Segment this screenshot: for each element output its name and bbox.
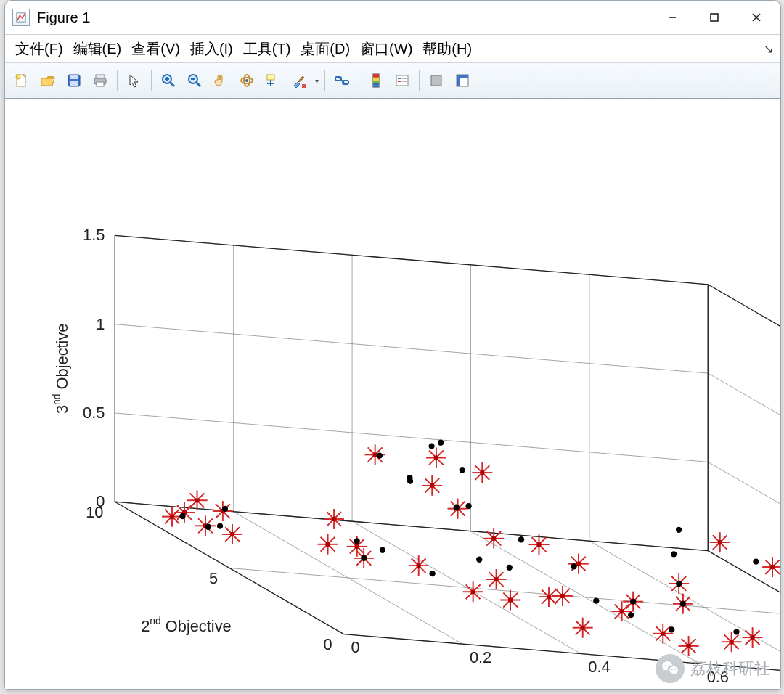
menu-help[interactable]: 帮助(H)	[418, 36, 476, 62]
svg-point-279	[560, 594, 565, 598]
titlebar: Figure 1	[5, 1, 780, 35]
svg-point-515	[205, 524, 211, 530]
svg-line-19	[197, 83, 200, 86]
svg-point-537	[676, 581, 682, 587]
brush-icon[interactable]	[287, 68, 311, 93]
hide-plottools-icon[interactable]	[424, 68, 449, 93]
svg-rect-9	[70, 75, 78, 79]
rotate-3d-icon[interactable]	[234, 68, 259, 93]
svg-point-527	[438, 440, 444, 446]
window-title: Figure 1	[37, 9, 90, 26]
menu-edit[interactable]: 编辑(E)	[69, 36, 126, 62]
open-folder-icon[interactable]	[36, 68, 60, 93]
link-icon[interactable]	[330, 68, 354, 93]
svg-point-525	[476, 557, 482, 563]
menu-tools[interactable]: 工具(T)	[239, 36, 295, 62]
menu-view[interactable]: 查看(V)	[127, 36, 184, 62]
toolbar: ▾	[5, 63, 780, 99]
svg-point-516	[217, 523, 223, 529]
print-icon[interactable]	[88, 68, 113, 93]
menu-window[interactable]: 窗口(W)	[356, 36, 417, 62]
svg-point-536	[669, 626, 674, 632]
figure-window: Figure 1 文件(F) 编辑(E) 查看(V) 插入(I) 工具(T) 桌…	[4, 0, 781, 690]
svg-text:0.5: 0.5	[83, 404, 105, 422]
save-icon[interactable]	[62, 68, 86, 93]
svg-line-77	[115, 235, 708, 284]
zoom-in-icon[interactable]	[156, 68, 181, 93]
svg-point-23	[245, 79, 248, 82]
svg-line-56	[115, 413, 343, 545]
svg-point-234	[430, 483, 434, 488]
pointer-icon[interactable]	[122, 68, 147, 93]
svg-point-521	[429, 571, 435, 576]
svg-rect-33	[373, 78, 379, 81]
svg-point-540	[671, 551, 677, 557]
svg-line-65	[708, 285, 780, 417]
svg-text:1: 1	[96, 315, 105, 333]
svg-point-162	[325, 542, 330, 547]
svg-text:0: 0	[324, 635, 332, 653]
matlab-figure-icon	[12, 9, 30, 26]
svg-line-15	[171, 83, 174, 86]
svg-point-541	[676, 527, 682, 533]
svg-point-529	[507, 565, 513, 571]
svg-point-532	[518, 536, 524, 542]
colorbar-icon[interactable]	[364, 68, 388, 93]
svg-rect-44	[457, 75, 468, 78]
svg-point-534	[593, 597, 599, 603]
svg-point-180	[332, 517, 336, 521]
svg-text:0.4: 0.4	[588, 658, 610, 676]
legend-icon[interactable]	[390, 68, 415, 93]
svg-rect-2	[711, 14, 718, 21]
svg-point-519	[354, 538, 360, 544]
svg-line-58	[115, 235, 343, 367]
svg-point-198	[416, 563, 420, 568]
svg-rect-11	[96, 75, 105, 78]
zoom-out-icon[interactable]	[182, 68, 207, 93]
svg-point-526	[454, 505, 460, 510]
close-button[interactable]	[735, 1, 777, 34]
svg-point-405	[718, 540, 722, 544]
maximize-button[interactable]	[693, 1, 735, 34]
svg-point-144	[195, 498, 199, 502]
show-plottools-icon[interactable]	[450, 68, 475, 93]
svg-rect-38	[398, 81, 401, 82]
svg-point-530	[465, 503, 471, 509]
pan-icon[interactable]	[208, 68, 233, 93]
new-file-icon[interactable]	[9, 68, 34, 93]
svg-text:1.5: 1.5	[83, 226, 105, 244]
svg-text:3nd Objective: 3nd Objective	[51, 324, 71, 414]
minimize-button[interactable]	[651, 1, 693, 34]
svg-point-522	[377, 452, 383, 458]
svg-point-531	[460, 467, 465, 473]
menu-file[interactable]: 文件(F)	[11, 36, 68, 62]
svg-point-306	[480, 470, 484, 475]
toolbar-separator	[359, 70, 359, 91]
axes-3d[interactable]: 00.511.5051000.20.40.60.811st Objective2…	[5, 99, 780, 689]
toolbar-separator	[117, 70, 118, 91]
svg-line-81	[708, 285, 780, 417]
data-cursor-icon[interactable]	[261, 68, 285, 93]
svg-point-189	[354, 544, 359, 549]
svg-point-533	[571, 563, 576, 569]
dock-arrow-icon[interactable]: ↘	[761, 42, 775, 55]
svg-point-135	[230, 532, 234, 536]
svg-rect-24	[267, 75, 274, 80]
axes-canvas[interactable]: 00.511.5051000.20.40.60.811st Objective2…	[5, 99, 780, 689]
svg-point-351	[686, 644, 690, 648]
brush-dropdown-icon[interactable]: ▾	[313, 68, 320, 93]
svg-point-414	[770, 565, 775, 569]
svg-point-216	[372, 452, 377, 457]
svg-rect-32	[373, 74, 379, 78]
svg-rect-41	[431, 75, 441, 86]
menu-desktop[interactable]: 桌面(D)	[296, 36, 354, 62]
svg-point-518	[361, 555, 367, 561]
toolbar-separator	[419, 70, 420, 91]
menubar: 文件(F) 编辑(E) 查看(V) 插入(I) 工具(T) 桌面(D) 窗口(W…	[5, 35, 780, 63]
svg-rect-13	[97, 82, 104, 86]
svg-point-528	[428, 443, 434, 449]
svg-point-543	[753, 558, 759, 564]
menu-insert[interactable]: 插入(I)	[186, 36, 237, 62]
svg-line-52	[115, 413, 708, 462]
svg-point-288	[547, 595, 551, 599]
